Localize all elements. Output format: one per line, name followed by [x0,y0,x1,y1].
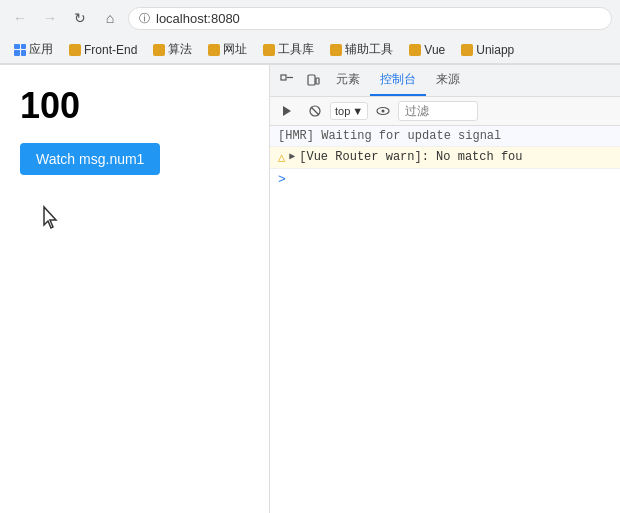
chevron-down-icon: ▼ [352,105,363,117]
console-line-hmr: [HMR] Waiting for update signal [270,126,620,147]
bookmark-label: Uniapp [476,43,514,57]
bookmark-vue[interactable]: Vue [403,41,451,59]
top-context-selector[interactable]: top ▼ [330,102,368,120]
block-button[interactable] [303,99,327,123]
bookmark-algorithm[interactable]: 算法 [147,39,198,60]
tab-console[interactable]: 控制台 [370,65,426,96]
main-area: 100 Watch msg.num1 元素 控制台 来源 [0,65,620,513]
folder-icon [208,44,220,56]
forward-button[interactable]: → [38,6,62,30]
folder-icon [263,44,275,56]
folder-icon [153,44,165,56]
inspect-element-button[interactable] [275,69,299,93]
folder-icon [69,44,81,56]
address-bar[interactable]: ⓘ localhost:8080 [128,7,612,30]
browser-chrome: ← → ↻ ⌂ ⓘ localhost:8080 应用 Front-End 算法… [0,0,620,65]
number-display: 100 [20,85,249,127]
nav-bar: ← → ↻ ⌂ ⓘ localhost:8080 [0,0,620,36]
bookmark-url[interactable]: 网址 [202,39,253,60]
bookmark-label: 辅助工具 [345,41,393,58]
svg-marker-4 [283,106,291,116]
devtools-tabs: 元素 控制台 来源 [270,65,620,97]
bookmark-label: Front-End [84,43,137,57]
back-button[interactable]: ← [8,6,32,30]
bookmark-frontend[interactable]: Front-End [63,41,143,59]
bookmark-label: 算法 [168,41,192,58]
clear-console-button[interactable] [275,99,299,123]
device-toolbar-button[interactable] [301,69,325,93]
console-text: [HMR] Waiting for update signal [278,129,501,143]
devtools-panel: 元素 控制台 来源 top ▼ [270,65,620,513]
svg-rect-3 [316,78,319,84]
bookmark-assist[interactable]: 辅助工具 [324,39,399,60]
tab-elements[interactable]: 元素 [326,65,370,96]
warning-icon: △ [278,150,285,165]
bookmark-label: 网址 [223,41,247,58]
devtools-toolbar: top ▼ [270,97,620,126]
url-text: localhost:8080 [156,11,240,26]
eye-button[interactable] [371,99,395,123]
top-label: top [335,105,350,117]
svg-line-6 [311,107,319,115]
bookmarks-bar: 应用 Front-End 算法 网址 工具库 辅助工具 Vue Uniapp [0,36,620,64]
svg-point-8 [382,110,385,113]
console-text: [Vue Router warn]: No match fou [299,150,522,164]
bookmark-label: 工具库 [278,41,314,58]
console-area[interactable]: [HMR] Waiting for update signal △ ▶ [Vue… [270,126,620,513]
folder-icon [409,44,421,56]
bookmark-tools[interactable]: 工具库 [257,39,320,60]
filter-input[interactable] [398,101,478,121]
lock-icon: ⓘ [139,11,150,26]
console-prompt[interactable]: > [270,169,620,190]
watch-button[interactable]: Watch msg.num1 [20,143,160,175]
tab-sources[interactable]: 来源 [426,65,470,96]
webpage-panel: 100 Watch msg.num1 [0,65,270,513]
apps-icon [14,44,26,56]
folder-icon [330,44,342,56]
refresh-button[interactable]: ↻ [68,6,92,30]
expand-arrow-icon[interactable]: ▶ [289,150,295,162]
svg-rect-0 [281,75,286,80]
bookmark-label: 应用 [29,41,53,58]
bookmark-uniapp[interactable]: Uniapp [455,41,520,59]
bookmark-apps[interactable]: 应用 [8,39,59,60]
cursor-icon [40,205,249,236]
console-line-warn: △ ▶ [Vue Router warn]: No match fou [270,147,620,169]
svg-rect-2 [308,75,315,85]
home-button[interactable]: ⌂ [98,6,122,30]
bookmark-label: Vue [424,43,445,57]
folder-icon [461,44,473,56]
